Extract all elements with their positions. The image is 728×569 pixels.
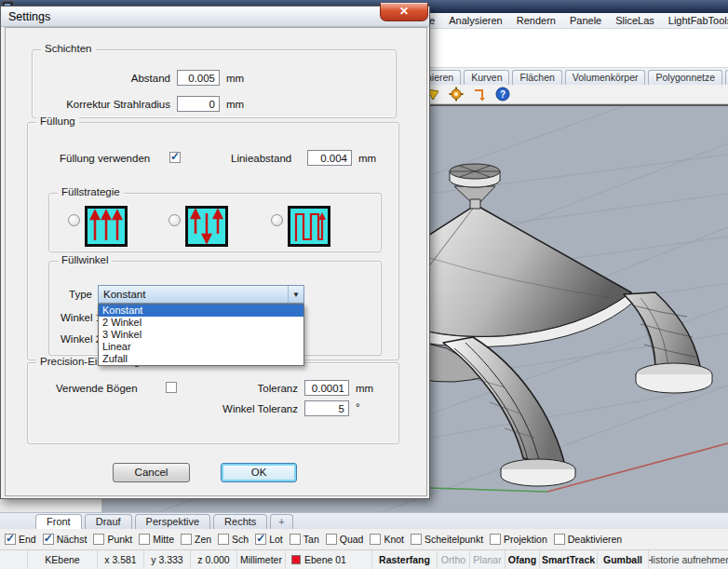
schichten-group: Schichten Abstand 0.005 mm Korrektur Str… bbox=[32, 49, 397, 118]
viewport-tab-front[interactable]: Front bbox=[35, 514, 82, 529]
dropdown-option-3winkel[interactable]: 3 Winkel bbox=[99, 329, 303, 341]
osnap-lot[interactable]: Lot bbox=[255, 534, 283, 545]
type-combobox[interactable]: Konstant ▼ bbox=[98, 285, 304, 304]
osnap-projektion-checkbox[interactable] bbox=[490, 534, 501, 545]
help-tool-icon[interactable]: ? bbox=[495, 87, 510, 102]
viewport-tab-perspektive[interactable]: Perspektive bbox=[135, 514, 210, 529]
fill-strategy-radio-1[interactable] bbox=[68, 214, 80, 226]
type-dropdown-list: Konstant 2 Winkel 3 Winkel Linear Zufall bbox=[98, 304, 304, 366]
toolbar-tab-flaechen[interactable]: Flächen bbox=[512, 70, 561, 85]
dialog-titlebar[interactable]: Settings bbox=[1, 7, 429, 27]
ok-button[interactable]: OK bbox=[221, 463, 297, 482]
osnap-sch[interactable]: Sch bbox=[218, 534, 249, 545]
new-viewport-tab[interactable]: + bbox=[270, 514, 292, 529]
abstand-label: Abstand bbox=[33, 73, 170, 84]
winkel1-label: Winkel 1 bbox=[61, 312, 101, 323]
fuellwinkel-group: Füllwinkel Type Konstant ▼ Konstant 2 Wi… bbox=[48, 261, 382, 356]
fill-strategy-parallel-icon[interactable] bbox=[85, 206, 128, 249]
osnap-naechst[interactable]: Nächst bbox=[43, 534, 88, 545]
statusbar-units: Millimeter bbox=[237, 550, 286, 569]
path-tool-icon[interactable] bbox=[472, 87, 487, 102]
osnap-deaktivieren-checkbox[interactable] bbox=[554, 534, 565, 545]
toggle-rasterfang[interactable]: Rasterfang bbox=[372, 550, 438, 569]
osnap-sch-checkbox[interactable] bbox=[218, 534, 229, 545]
fill-strategy-meander-icon[interactable] bbox=[288, 206, 330, 249]
fuellung-verwenden-checkbox[interactable] bbox=[169, 152, 181, 163]
cancel-button[interactable]: Cancel bbox=[113, 463, 190, 482]
verwende-boegen-checkbox[interactable] bbox=[166, 382, 177, 393]
status-bar: KEbene x 3.581 y 3.333 z 0.000 Millimete… bbox=[0, 549, 728, 569]
toolbar-tab-polygonnetze[interactable]: Polygonnetze bbox=[648, 70, 722, 85]
viewport-tab-rechts[interactable]: Rechts bbox=[213, 514, 267, 529]
linieabstand-label: Linieabstand bbox=[231, 153, 291, 164]
osnap-quad-checkbox[interactable] bbox=[326, 534, 337, 545]
osnap-knot[interactable]: Knot bbox=[370, 534, 404, 545]
winkel-toleranz-label: Winkel Toleranz bbox=[195, 403, 298, 414]
menu-item-lightfabtools[interactable]: LightFabTools bbox=[668, 15, 728, 26]
osnap-lot-checkbox[interactable] bbox=[255, 534, 266, 545]
winkel2-label: Winkel 2 bbox=[61, 333, 101, 345]
menu-item-analysieren[interactable]: Analysieren bbox=[449, 15, 502, 26]
osnap-mitte-checkbox[interactable] bbox=[139, 534, 150, 545]
menu-item-rendern[interactable]: Rendern bbox=[517, 15, 556, 26]
toolbar-tab-kurven[interactable]: Kurven bbox=[464, 70, 509, 85]
menu-item-slicelas[interactable]: SliceLas bbox=[615, 15, 654, 26]
osnap-projektion[interactable]: Projektion bbox=[490, 534, 547, 545]
fill-strategy-radio-3[interactable] bbox=[271, 214, 283, 226]
osnap-mitte[interactable]: Mitte bbox=[139, 534, 174, 545]
osnap-zen-checkbox[interactable] bbox=[181, 534, 192, 545]
settings-dialog: Settings ✕ Schichten Abstand 0.005 mm Ko… bbox=[0, 6, 430, 499]
gear-tool-icon[interactable] bbox=[449, 87, 464, 102]
fuellung-verwenden-label: Füllung verwenden bbox=[60, 153, 150, 164]
osnap-tan-checkbox[interactable] bbox=[290, 534, 301, 545]
toggle-ofang[interactable]: Ofang bbox=[506, 550, 540, 569]
osnap-deaktivieren[interactable]: Deaktivieren bbox=[554, 534, 622, 545]
osnap-punkt-checkbox[interactable] bbox=[93, 534, 104, 545]
osnap-quad[interactable]: Quad bbox=[326, 534, 364, 545]
toggle-gumball[interactable]: Gumball bbox=[598, 550, 649, 569]
osnap-end[interactable]: End bbox=[5, 534, 36, 545]
menu-item-panele[interactable]: Panele bbox=[570, 15, 601, 26]
chevron-down-icon[interactable]: ▼ bbox=[288, 286, 303, 303]
osnap-end-checkbox[interactable] bbox=[5, 534, 16, 545]
abstand-field[interactable]: 0.005 bbox=[177, 70, 220, 86]
winkel-toleranz-field[interactable]: 5 bbox=[304, 400, 349, 416]
viewport-tab-drauf[interactable]: Drauf bbox=[85, 514, 132, 529]
dropdown-option-zufall[interactable]: Zufall bbox=[99, 353, 303, 365]
viewport-tab-bar: Front Drauf Perspektive Rechts + bbox=[0, 512, 728, 529]
osnap-scheitelpunkt[interactable]: Scheitelpunkt bbox=[411, 534, 483, 545]
application-window: ge Analysieren Rendern Panele SliceLas L… bbox=[0, 0, 728, 569]
fuellstrategie-group-title: Füllstrategie bbox=[58, 186, 124, 197]
dropdown-option-konstant[interactable]: Konstant bbox=[99, 305, 303, 317]
osnap-naechst-checkbox[interactable] bbox=[43, 534, 54, 545]
fill-strategy-radio-2[interactable] bbox=[169, 214, 181, 226]
linieabstand-field[interactable]: 0.004 bbox=[307, 150, 352, 166]
close-button[interactable]: ✕ bbox=[380, 3, 428, 21]
statusbar-cplane[interactable]: KEbene bbox=[28, 550, 98, 569]
fuellung-group: Füllung Füllung verwenden Linieabstand 0… bbox=[27, 122, 399, 360]
toggle-ortho[interactable]: Ortho bbox=[438, 550, 470, 569]
dropdown-option-2winkel[interactable]: 2 Winkel bbox=[99, 317, 303, 329]
osnap-scheitelpunkt-checkbox[interactable] bbox=[411, 534, 422, 545]
toolbar-tab-volumenkoerper[interactable]: Volumenkörper bbox=[565, 70, 646, 85]
fuellstrategie-group: Füllstrategie bbox=[48, 193, 382, 252]
toleranz-field[interactable]: 0.0001 bbox=[304, 380, 349, 396]
type-label: Type bbox=[53, 289, 92, 300]
toggle-planar[interactable]: Planar bbox=[470, 550, 506, 569]
linieabstand-unit: mm bbox=[358, 153, 376, 164]
statusbar-layer[interactable]: Ebene 01 bbox=[286, 550, 372, 569]
korrektur-strahlradius-field[interactable]: 0 bbox=[177, 96, 220, 112]
layer-color-swatch bbox=[291, 555, 301, 564]
svg-text:?: ? bbox=[500, 89, 506, 100]
toggle-smarttrack[interactable]: SmartTrack bbox=[540, 550, 598, 569]
statusbar-y-coordinate: y 3.333 bbox=[144, 550, 191, 569]
precision-group: Precision-Einstellungen Verwende Bögen T… bbox=[27, 362, 399, 444]
osnap-tan[interactable]: Tan bbox=[290, 534, 319, 545]
osnap-zen[interactable]: Zen bbox=[181, 534, 211, 545]
osnap-knot-checkbox[interactable] bbox=[370, 534, 381, 545]
toggle-historie[interactable]: Historie aufnehmen bbox=[649, 550, 728, 569]
osnap-punkt[interactable]: Punkt bbox=[93, 534, 132, 545]
statusbar-spacer bbox=[0, 550, 28, 569]
dropdown-option-linear[interactable]: Linear bbox=[99, 341, 303, 353]
fill-strategy-alternating-icon[interactable] bbox=[185, 206, 228, 249]
